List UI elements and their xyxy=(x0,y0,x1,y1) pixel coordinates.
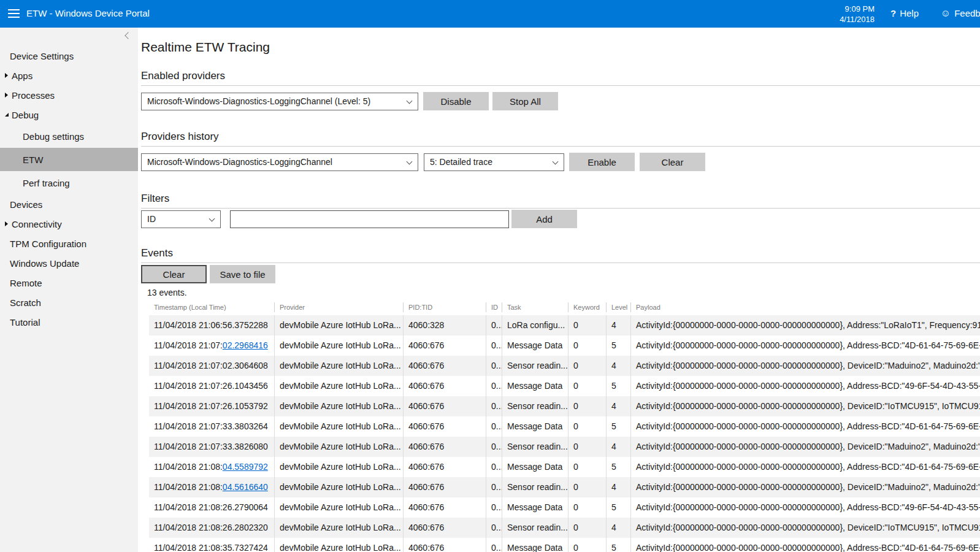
expander-arrow-icon xyxy=(5,221,12,226)
sidebar-item[interactable]: Processes xyxy=(0,85,138,105)
event-pid-tid: 4060:676 xyxy=(403,356,486,376)
event-provider: devMobile Azure IotHub LoRa... xyxy=(274,356,403,376)
sidebar-item[interactable]: Tutorial xyxy=(0,312,138,332)
enabled-providers-heading: Enabled providers xyxy=(141,69,980,86)
sidebar-item-label: Debug settings xyxy=(23,131,84,142)
help-button[interactable]: ?Help xyxy=(890,8,919,18)
column-header: Provider xyxy=(274,302,403,312)
filter-value-input[interactable] xyxy=(230,210,509,228)
event-row[interactable]: 11/04/2018 21:08:04.5589792 devMobile Az… xyxy=(149,457,980,477)
disable-button[interactable]: Disable xyxy=(423,92,489,110)
event-keyword: 0 xyxy=(568,518,606,538)
event-task: Sensor readin... xyxy=(502,518,568,538)
feedback-button[interactable]: ☺Feedback xyxy=(941,8,980,19)
event-row[interactable]: 11/04/2018 21:07:02.2968416 devMobile Az… xyxy=(149,335,980,356)
sidebar-item[interactable]: Devices xyxy=(0,194,138,214)
sidebar-item[interactable]: Scratch xyxy=(0,293,138,312)
sidebar-item-label: Tutorial xyxy=(10,317,40,328)
event-payload: ActivityId:{00000000-0000-0000-0000-0000… xyxy=(630,356,980,376)
event-level: 5 xyxy=(606,457,630,477)
event-provider: devMobile Azure IotHub LoRa... xyxy=(274,396,403,416)
sidebar-item[interactable]: Remote xyxy=(0,273,138,293)
stop-all-button[interactable]: Stop All xyxy=(492,92,558,110)
event-provider: devMobile Azure IotHub LoRa... xyxy=(274,376,403,396)
timestamp-link[interactable]: 02.2968416 xyxy=(223,340,268,350)
event-timestamp: 11/04/2018 21:08:35.7327424 xyxy=(149,538,274,552)
enable-button[interactable]: Enable xyxy=(569,153,635,171)
event-id: 0... xyxy=(486,457,502,477)
event-level: 5 xyxy=(606,335,630,356)
event-task: Message Data xyxy=(502,538,568,552)
timestamp-link[interactable]: 04.5589792 xyxy=(223,462,268,472)
sidebar-item[interactable]: Apps xyxy=(0,66,138,85)
event-row[interactable]: 11/04/2018 21:08:26.2802320 devMobile Az… xyxy=(149,518,980,538)
event-row[interactable]: 11/04/2018 21:07:33.3826080 devMobile Az… xyxy=(149,437,980,457)
expander-arrow-icon xyxy=(5,113,12,117)
event-row[interactable]: 11/04/2018 21:08:04.5616640 devMobile Az… xyxy=(149,477,980,497)
sidebar-item[interactable]: Debug xyxy=(0,105,138,125)
sidebar-item[interactable]: Debug settings xyxy=(0,125,138,148)
event-timestamp: 11/04/2018 21:08:04.5589792 xyxy=(149,457,274,477)
timestamp-link[interactable]: 04.5616640 xyxy=(223,482,268,492)
event-level: 4 xyxy=(606,356,630,376)
events-count: 13 events. xyxy=(147,287,980,298)
event-pid-tid: 4060:676 xyxy=(403,437,486,457)
event-timestamp: 11/04/2018 21:07:02.2968416 xyxy=(149,335,274,356)
history-clear-button[interactable]: Clear xyxy=(640,153,705,171)
event-timestamp: 11/04/2018 21:07:26.1053792 xyxy=(149,396,274,416)
column-header: Timestamp (Local Time) xyxy=(149,302,274,312)
event-task: Message Data xyxy=(502,335,568,356)
event-payload: ActivityId:{00000000-0000-0000-0000-0000… xyxy=(630,396,980,416)
history-level-select[interactable]: 5: Detailed trace xyxy=(424,153,564,171)
event-id: 0... xyxy=(486,335,502,356)
event-id: 0... xyxy=(486,315,502,335)
event-row[interactable]: 11/04/2018 21:07:33.3803264 devMobile Az… xyxy=(149,416,980,437)
sidebar-item[interactable]: ETW xyxy=(0,148,138,171)
event-payload: ActivityId:{00000000-0000-0000-0000-0000… xyxy=(630,376,980,396)
sidebar-item-label: TPM Configuration xyxy=(10,239,86,249)
event-id: 0... xyxy=(486,497,502,518)
history-provider-select-value: Microsoft-Windows-Diagnostics-LoggingCha… xyxy=(147,157,332,167)
event-timestamp: 11/04/2018 21:06:56.3752288 xyxy=(149,315,274,335)
event-row[interactable]: 11/04/2018 21:08:35.7327424 devMobile Az… xyxy=(149,538,980,552)
save-to-file-button[interactable]: Save to file xyxy=(210,265,275,283)
sidebar-item-label: Apps xyxy=(12,71,33,81)
main-content: Realtime ETW Tracing Enabled providers M… xyxy=(138,28,980,552)
sidebar-item[interactable]: Device Settings xyxy=(0,46,138,66)
event-id: 0... xyxy=(486,437,502,457)
event-row[interactable]: 11/04/2018 21:07:02.3064608 devMobile Az… xyxy=(149,356,980,376)
chevron-down-icon xyxy=(210,217,215,221)
filter-type-select[interactable]: ID xyxy=(141,210,221,228)
clock-time: 9:09 PM xyxy=(840,4,875,14)
history-provider-select[interactable]: Microsoft-Windows-Diagnostics-LoggingCha… xyxy=(141,153,418,171)
event-pid-tid: 4060:328 xyxy=(403,315,486,335)
event-provider: devMobile Azure IotHub LoRa... xyxy=(274,437,403,457)
event-timestamp: 11/04/2018 21:08:04.5616640 xyxy=(149,477,274,497)
event-payload: ActivityId:{00000000-0000-0000-0000-0000… xyxy=(630,538,980,552)
event-id: 0... xyxy=(486,477,502,497)
sidebar-item-label: Connectivity xyxy=(12,219,62,229)
event-keyword: 0 xyxy=(568,457,606,477)
sidebar-item[interactable]: TPM Configuration xyxy=(0,234,138,253)
enabled-provider-select[interactable]: Microsoft-Windows-Diagnostics-LoggingCha… xyxy=(141,93,418,110)
hamburger-menu-icon[interactable] xyxy=(8,9,20,18)
sidebar-item[interactable]: Connectivity xyxy=(0,214,138,234)
event-task: Sensor readin... xyxy=(502,437,568,457)
event-timestamp: 11/04/2018 21:07:33.3803264 xyxy=(149,416,274,437)
add-filter-button[interactable]: Add xyxy=(511,210,577,228)
events-heading: Events xyxy=(141,247,980,263)
event-row[interactable]: 11/04/2018 21:06:56.3752288 devMobile Az… xyxy=(149,315,980,335)
event-keyword: 0 xyxy=(568,538,606,552)
events-table: Timestamp (Local Time) Provider PID:TID … xyxy=(149,299,980,552)
event-level: 5 xyxy=(606,376,630,396)
filter-type-select-value: ID xyxy=(147,214,156,224)
sidebar-item-label: Devices xyxy=(10,199,42,210)
event-row[interactable]: 11/04/2018 21:08:26.2790064 devMobile Az… xyxy=(149,497,980,518)
sidebar-item[interactable]: Windows Update xyxy=(0,253,138,273)
sidebar-nav: Device Settings Apps Processes Debug Deb… xyxy=(0,46,138,332)
events-clear-button[interactable]: Clear xyxy=(141,265,207,283)
sidebar-collapse-icon[interactable] xyxy=(126,33,132,39)
event-row[interactable]: 11/04/2018 21:07:26.1043456 devMobile Az… xyxy=(149,376,980,396)
sidebar-item[interactable]: Perf tracing xyxy=(0,171,138,194)
event-row[interactable]: 11/04/2018 21:07:26.1053792 devMobile Az… xyxy=(149,396,980,416)
